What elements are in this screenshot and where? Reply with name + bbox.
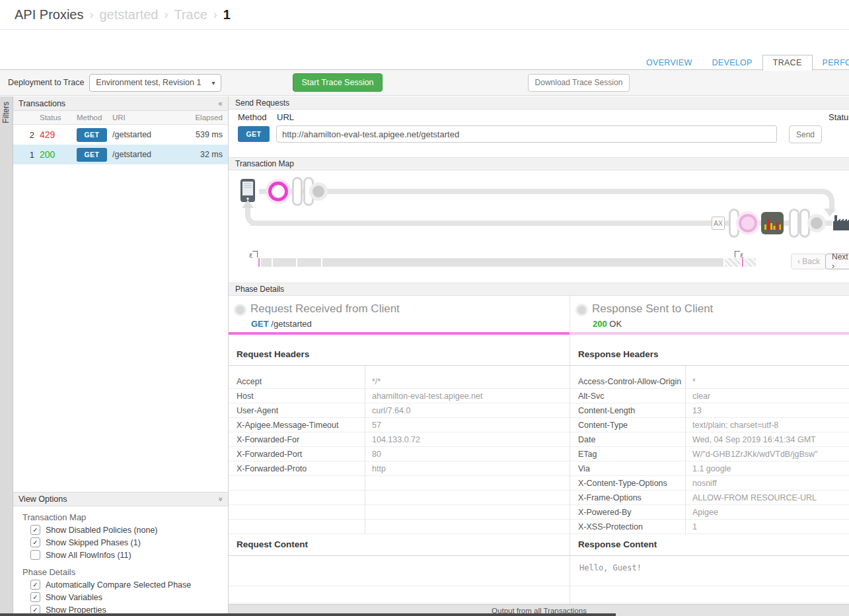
- view-options-title: View Options: [18, 495, 67, 504]
- transaction-uri: /getstarted: [112, 150, 186, 159]
- header-row: Content-Length13: [570, 403, 849, 418]
- option-show-skipped-phases[interactable]: ✓ Show Skipped Phases (1): [30, 536, 228, 549]
- checkbox[interactable]: ✓: [30, 592, 40, 602]
- request-phase-title: Request Received from Client: [250, 302, 400, 316]
- environment-select-value: Environment test, Revision 1: [96, 78, 201, 87]
- header-row: [229, 505, 570, 520]
- tab-trace[interactable]: TRACE: [762, 55, 813, 71]
- next-button[interactable]: Next ›: [825, 254, 849, 269]
- option-auto-compare-phase[interactable]: ✓ Automatically Compare Selected Phase: [30, 578, 228, 591]
- send-button[interactable]: Send: [789, 125, 822, 143]
- header-row: [229, 491, 570, 505]
- breadcrumb: API Proxies › getstarted › Trace › 1: [0, 0, 849, 30]
- method-badge: GET: [77, 148, 107, 162]
- deployment-label: Deployment to Trace: [8, 78, 84, 87]
- tab-overview[interactable]: OVERVIEW: [636, 55, 702, 70]
- analytics-ax-node[interactable]: AX: [712, 217, 725, 230]
- transaction-status: 200: [40, 149, 77, 160]
- timeline-segment-skipped[interactable]: [745, 258, 756, 267]
- timeline-segment-skipped[interactable]: [725, 258, 741, 267]
- response-phase-subtitle: 200 OK: [593, 319, 622, 329]
- breadcrumb-separator: ›: [213, 8, 217, 22]
- transactions-panel: Transactions « Status Method URI Elapsed…: [13, 96, 228, 492]
- back-button[interactable]: ‹ Back: [791, 254, 827, 269]
- timeline-tick: [258, 258, 260, 267]
- analytics-chart-icon[interactable]: [761, 212, 784, 236]
- breadcrumb-separator: ›: [89, 8, 93, 22]
- collapse-view-options-icon[interactable]: »: [215, 496, 225, 501]
- backend-factory-icon[interactable]: [832, 213, 849, 234]
- download-trace-session-button[interactable]: Download Trace Session: [528, 74, 630, 92]
- trace-timeline: ε ε ‹ Back Next ›: [229, 250, 849, 276]
- filters-sidebar[interactable]: Filters: [0, 96, 13, 616]
- transaction-row-selected[interactable]: 1 200 GET /getstarted 32 ms: [13, 145, 228, 164]
- timeline-segment[interactable]: [322, 258, 723, 267]
- header-row: [229, 520, 570, 534]
- response-content-heading: Response Content: [578, 539, 657, 549]
- transaction-elapsed: 539 ms: [186, 130, 228, 139]
- header-row: X-Apigee.Message-Timeout57: [229, 418, 570, 432]
- checkbox[interactable]: ✓: [30, 525, 40, 535]
- checkbox[interactable]: [30, 550, 40, 560]
- header-row: X-Content-Type-Optionsnosniff: [570, 476, 849, 491]
- phase-node[interactable]: [811, 217, 823, 229]
- transaction-elapsed: 32 ms: [186, 150, 228, 159]
- timeline-segment[interactable]: [297, 258, 321, 267]
- transaction-map-header: Transaction Map: [229, 157, 849, 170]
- phase-bullet-icon: [577, 306, 586, 314]
- option-show-all-flowinfos[interactable]: Show All FlowInfos (11): [30, 549, 228, 561]
- filters-label: Filters: [1, 102, 11, 123]
- header-row: X-Forwarded-For104.133.0.72: [229, 432, 570, 447]
- tabbar: OVERVIEW DEVELOP TRACE PERFORMANCE: [636, 55, 849, 70]
- environment-select[interactable]: Environment test, Revision 1 ▾: [89, 74, 221, 92]
- send-requests-header: Send Requests: [229, 96, 849, 110]
- request-flow-line: [259, 189, 821, 194]
- column-uri: URI: [112, 114, 186, 121]
- transactions-column-headers: Status Method URI Elapsed: [13, 111, 228, 125]
- request-headers-table: Accept*/* Hostahamilton-eval-test.apigee…: [229, 366, 570, 534]
- horizontal-scrollbar[interactable]: [0, 613, 616, 616]
- request-phase-subtitle: GET /getstarted: [251, 319, 312, 329]
- checkbox[interactable]: ✓: [30, 580, 40, 590]
- option-show-disabled-policies[interactable]: ✓ Show Disabled Policies (none): [30, 524, 228, 536]
- request-path: /getstarted: [271, 319, 311, 329]
- tab-performance[interactable]: PERFORMANCE: [813, 55, 849, 70]
- start-trace-session-button[interactable]: Start Trace Session: [293, 73, 382, 92]
- corner-bracket-icon: [252, 251, 258, 257]
- compared-phase-indicator: [570, 332, 849, 335]
- option-show-variables[interactable]: ✓ Show Variables: [30, 591, 228, 603]
- timeline-segment[interactable]: [261, 258, 272, 267]
- selected-phase-marker[interactable]: [268, 182, 288, 201]
- transaction-row[interactable]: 2 429 GET /getstarted 539 ms: [13, 125, 228, 145]
- checkbox[interactable]: ✓: [30, 537, 40, 547]
- method-get-button[interactable]: GET: [238, 126, 270, 142]
- trace-detail-panel: Send Requests Method URL Status GET Send…: [228, 96, 849, 616]
- method-label: Method: [238, 112, 266, 122]
- method-badge: GET: [77, 128, 107, 142]
- breadcrumb-proxy-name[interactable]: getstarted: [99, 7, 158, 22]
- breadcrumb-api-proxies[interactable]: API Proxies: [15, 7, 83, 22]
- timeline-tick: [742, 258, 743, 267]
- flow-step-pill[interactable]: [799, 209, 810, 238]
- collapse-panel-icon[interactable]: «: [218, 99, 223, 108]
- flow-step-pill[interactable]: [729, 209, 739, 238]
- header-row: X-Frame-OptionsALLOW-FROM RESOURCE-URL: [570, 491, 849, 505]
- request-url-input[interactable]: [276, 125, 777, 143]
- header-row: X-Forwarded-Protohttp: [229, 462, 570, 476]
- view-options-header: View Options »: [13, 492, 228, 506]
- breadcrumb-trace[interactable]: Trace: [174, 7, 207, 22]
- breadcrumb-separator: ›: [164, 8, 168, 22]
- phase-node[interactable]: [313, 186, 324, 197]
- phase-node-highlight[interactable]: [739, 214, 757, 232]
- header-row: ETagW/"d-GHB1ZrJKk/wdVTdB/jgBsw": [570, 447, 849, 462]
- selected-phase-indicator: [229, 332, 570, 335]
- chevron-down-icon: ▾: [211, 79, 215, 86]
- timeline-segment[interactable]: [273, 258, 296, 267]
- request-content-heading: Request Content: [237, 539, 308, 549]
- flow-step-pill[interactable]: [292, 177, 303, 206]
- tab-develop[interactable]: DEVELOP: [702, 55, 762, 70]
- header-row: User-Agentcurl/7.64.0: [229, 403, 570, 418]
- phase-details-header: Phase Details: [229, 283, 849, 296]
- response-headers-table: Access-Control-Allow-Origin* Alt-Svcclea…: [570, 366, 849, 534]
- flow-step-pill[interactable]: [789, 209, 799, 238]
